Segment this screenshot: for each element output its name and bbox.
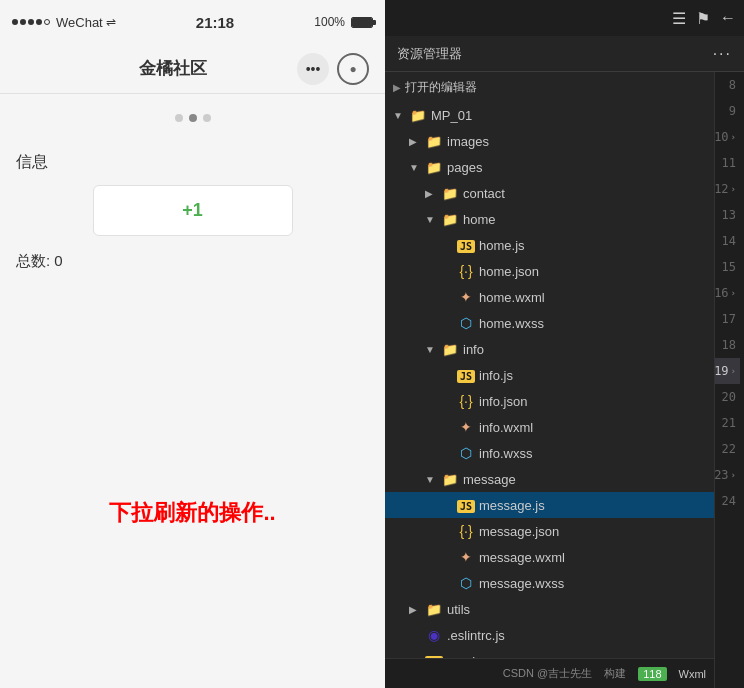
tree-item-message[interactable]: ▼ 📁 message <box>385 466 714 492</box>
tree-arrow-contact: ▶ <box>425 188 441 199</box>
tree-item-message-wxss[interactable]: ⬡ message.wxss <box>385 570 714 596</box>
battery-fill <box>352 18 372 27</box>
line-9: 9 <box>715 98 740 124</box>
folder-icon-info: 📁 <box>441 342 459 357</box>
json-icon-info: {·} <box>457 393 475 409</box>
line-numbers: 8 9 10› 11 12› 13 14 15 16› 17 18 19› 20… <box>714 72 744 688</box>
tree-label-utils: utils <box>447 602 470 617</box>
tree-label-message: message <box>463 472 516 487</box>
carousel-dot-1 <box>175 114 183 122</box>
wechat-label: WeChat <box>56 15 103 30</box>
tree-label-message-json: message.json <box>479 524 559 539</box>
line-14: 14 <box>715 228 740 254</box>
list-icon[interactable]: ☰ <box>672 9 686 28</box>
tree-item-eslint[interactable]: ◉ .eslintrc.js <box>385 622 714 648</box>
line-10: 10› <box>715 124 740 150</box>
info-label: 信息 <box>16 152 369 173</box>
top-icons-bar: ☰ ⚑ ← <box>385 0 744 36</box>
tree-item-message-wxml[interactable]: ✦ message.wxml <box>385 544 714 570</box>
status-right: 100% <box>314 15 373 29</box>
plus-one-button[interactable]: +1 <box>93 185 293 236</box>
tree-item-home-json[interactable]: {·} home.json <box>385 258 714 284</box>
tree-item-info-js[interactable]: JS info.js <box>385 362 714 388</box>
open-editors-label: 打开的编辑器 <box>405 79 477 96</box>
tree-item-home-wxss[interactable]: ⬡ home.wxss <box>385 310 714 336</box>
app-header: 金橘社区 ••• ● <box>0 44 385 94</box>
tree-item-message-js[interactable]: JS message.js <box>385 492 714 518</box>
pull-refresh-overlay: 下拉刷新的操作.. <box>0 498 385 528</box>
wxml-icon-message: ✦ <box>457 549 475 565</box>
explorer-header: 资源管理器 ··· <box>385 36 744 72</box>
tree-item-info[interactable]: ▼ 📁 info <box>385 336 714 362</box>
tree-item-home-wxml[interactable]: ✦ home.wxml <box>385 284 714 310</box>
json-icon-home: {·} <box>457 263 475 279</box>
tree-label-home-js: home.js <box>479 238 525 253</box>
search-button[interactable]: ● <box>337 53 369 85</box>
tree-item-home[interactable]: ▼ 📁 home <box>385 206 714 232</box>
bookmark-icon[interactable]: ⚑ <box>696 9 710 28</box>
line-19-arrow: › <box>731 358 736 384</box>
status-time: 21:18 <box>196 14 234 31</box>
file-tree: ▼ 📁 MP_01 ▶ 📁 images ▼ 📁 pages <box>385 102 714 658</box>
signal-dots <box>12 19 50 25</box>
wxml-icon-home: ✦ <box>457 289 475 305</box>
tree-item-utils[interactable]: ▶ 📁 utils <box>385 596 714 622</box>
tree-item-message-json[interactable]: {·} message.json <box>385 518 714 544</box>
line-17: 17 <box>715 306 740 332</box>
wifi-icon: ⇌ <box>106 15 116 29</box>
tree-label-home: home <box>463 212 496 227</box>
tree-label-message-wxss: message.wxss <box>479 576 564 591</box>
tree-label-pages: pages <box>447 160 482 175</box>
tree-item-contact[interactable]: ▶ 📁 contact <box>385 180 714 206</box>
tree-arrow-message: ▼ <box>425 474 441 485</box>
explorer-title: 资源管理器 <box>397 45 462 63</box>
header-icons: ••• ● <box>297 53 369 85</box>
tree-arrow-images: ▶ <box>409 136 425 147</box>
section-arrow-icon: ▶ <box>393 82 401 93</box>
content-area: 信息 +1 总数: 0 <box>0 132 385 688</box>
tree-item-pages[interactable]: ▼ 📁 pages <box>385 154 714 180</box>
wxss-icon-message: ⬡ <box>457 575 475 591</box>
build-label: 构建 <box>604 666 626 681</box>
tree-label-home-wxml: home.wxml <box>479 290 545 305</box>
dots-icon: ••• <box>306 61 321 77</box>
menu-dots-button[interactable]: ••• <box>297 53 329 85</box>
tree-arrow-mp01: ▼ <box>393 110 409 121</box>
back-icon[interactable]: ← <box>720 9 736 27</box>
line-23-arrow: › <box>731 462 736 488</box>
battery-icon <box>351 17 373 28</box>
folder-icon-pages: 📁 <box>425 160 443 175</box>
folder-icon-home: 📁 <box>441 212 459 227</box>
tree-item-info-wxss[interactable]: ⬡ info.wxss <box>385 440 714 466</box>
open-editors-section[interactable]: ▶ 打开的编辑器 <box>385 72 714 102</box>
tree-label-mp01: MP_01 <box>431 108 472 123</box>
app-title: 金橘社区 <box>139 57 207 80</box>
tree-item-home-js[interactable]: JS home.js <box>385 232 714 258</box>
wxss-icon-home: ⬡ <box>457 315 475 331</box>
tree-item-images[interactable]: ▶ 📁 images <box>385 128 714 154</box>
line-12-arrow: › <box>731 176 736 202</box>
explorer-more-button[interactable]: ··· <box>713 45 732 63</box>
right-content: ▶ 打开的编辑器 ▼ 📁 MP_01 ▶ 📁 images <box>385 72 744 688</box>
js-icon-home-js: JS <box>457 238 475 253</box>
total-count: 总数: 0 <box>16 252 369 271</box>
tree-root-mp01[interactable]: ▼ 📁 MP_01 <box>385 102 714 128</box>
carousel-dots <box>0 94 385 132</box>
line-16-arrow: › <box>731 280 736 306</box>
tree-item-info-wxml[interactable]: ✦ info.wxml <box>385 414 714 440</box>
tree-item-info-json[interactable]: {·} info.json <box>385 388 714 414</box>
tree-label-contact: contact <box>463 186 505 201</box>
line-8: 8 <box>715 72 740 98</box>
line-10-arrow: › <box>731 124 736 150</box>
line-12: 12› <box>715 176 740 202</box>
folder-icon-message: 📁 <box>441 472 459 487</box>
pull-refresh-text: 下拉刷新的操作.. <box>109 498 275 528</box>
line-23: 23› <box>715 462 740 488</box>
folder-icon-utils: 📁 <box>425 602 443 617</box>
json-icon-message: {·} <box>457 523 475 539</box>
signal-dot-4 <box>36 19 42 25</box>
tree-label-info-json: info.json <box>479 394 527 409</box>
tree-item-app-js[interactable]: JS app.js <box>385 648 714 658</box>
carousel-dot-3 <box>203 114 211 122</box>
tree-label-message-wxml: message.wxml <box>479 550 565 565</box>
